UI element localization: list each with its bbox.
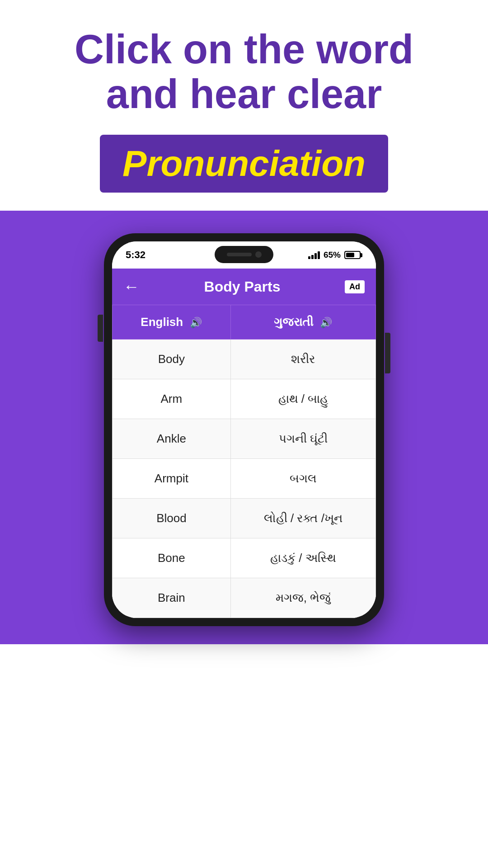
english-cell[interactable]: Arm <box>113 379 231 419</box>
app-title: Body Parts <box>204 278 281 295</box>
gujarati-cell[interactable]: હાડકું / અસ્થિ <box>230 538 375 578</box>
signal-bar-3 <box>314 253 317 259</box>
table-body: BodyશરીરArmહાથ / બાહુAnkleપગની ઘૂંટીArmp… <box>113 340 376 618</box>
back-button[interactable]: ← <box>123 277 140 296</box>
words-table: English 🔊 ગુજરાતી 🔊 <box>112 305 376 618</box>
english-cell[interactable]: Blood <box>113 499 231 538</box>
headline: Click on the word and hear clear <box>36 27 452 117</box>
battery-percent: 65% <box>324 250 341 260</box>
english-cell[interactable]: Armpit <box>113 459 231 499</box>
table-row[interactable]: Bloodલોહી / રક્ત /ખૂન <box>113 499 376 538</box>
battery-tip <box>361 253 362 257</box>
status-bar: 5:32 <box>112 241 376 269</box>
headline-line1: Click on the word <box>75 27 413 72</box>
pronunciation-text: Pronunciation <box>122 143 366 184</box>
notch <box>215 246 273 263</box>
table-row[interactable]: Ankleપગની ઘૂંટી <box>113 419 376 459</box>
ad-badge: Ad <box>345 280 365 293</box>
table-row[interactable]: Armહાથ / બાહુ <box>113 379 376 419</box>
gujarati-cell[interactable]: પગની ઘૂંટી <box>230 419 375 459</box>
english-cell[interactable]: Bone <box>113 538 231 578</box>
battery-fill <box>346 253 354 257</box>
english-speaker-icon[interactable]: 🔊 <box>190 317 202 329</box>
table-row[interactable]: Boneહાડકું / અસ્થિ <box>113 538 376 578</box>
top-section: Click on the word and hear clear Pronunc… <box>0 0 488 211</box>
english-cell[interactable]: Ankle <box>113 419 231 459</box>
pronunciation-box: Pronunciation <box>100 135 388 193</box>
col-english-header: English 🔊 <box>113 305 231 340</box>
signal-bars <box>308 251 320 259</box>
gujarati-cell[interactable]: મગજ, ભેજું <box>230 578 375 618</box>
table-row[interactable]: Armpitબગલ <box>113 459 376 499</box>
col2-label: ગુજરાતી <box>274 315 313 329</box>
table-row[interactable]: Bodyશરીર <box>113 340 376 379</box>
gujarati-speaker-icon[interactable]: 🔊 <box>320 317 332 329</box>
battery-body <box>344 251 361 259</box>
status-right: 65% <box>308 250 362 260</box>
signal-bar-2 <box>311 255 314 259</box>
battery-icon <box>344 251 362 259</box>
phone-frame: 5:32 <box>104 233 384 626</box>
headline-line2: and hear clear <box>106 71 382 117</box>
purple-bottom-space <box>0 626 488 644</box>
signal-bar-4 <box>318 251 320 259</box>
english-cell[interactable]: Brain <box>113 578 231 618</box>
camera-notch <box>255 251 262 258</box>
gujarati-cell[interactable]: બગલ <box>230 459 375 499</box>
speaker-notch <box>227 253 252 256</box>
gujarati-cell[interactable]: હાથ / બાહુ <box>230 379 375 419</box>
col-gujarati-header: ગુજરાતી 🔊 <box>230 305 375 340</box>
status-time: 5:32 <box>126 249 145 261</box>
table-header: English 🔊 ગુજરાતી 🔊 <box>113 305 376 340</box>
col1-label: English <box>141 315 183 329</box>
gujarati-cell[interactable]: લોહી / રક્ત /ખૂન <box>230 499 375 538</box>
english-cell[interactable]: Body <box>113 340 231 379</box>
gujarati-cell[interactable]: શરીર <box>230 340 375 379</box>
page-container: Click on the word and hear clear Pronunc… <box>0 0 488 868</box>
signal-bar-1 <box>308 256 310 259</box>
phone-wrapper: 5:32 <box>0 233 488 626</box>
table-row[interactable]: Brainમગજ, ભેજું <box>113 578 376 618</box>
phone-screen: 5:32 <box>112 241 376 618</box>
app-header: ← Body Parts Ad <box>112 269 376 305</box>
